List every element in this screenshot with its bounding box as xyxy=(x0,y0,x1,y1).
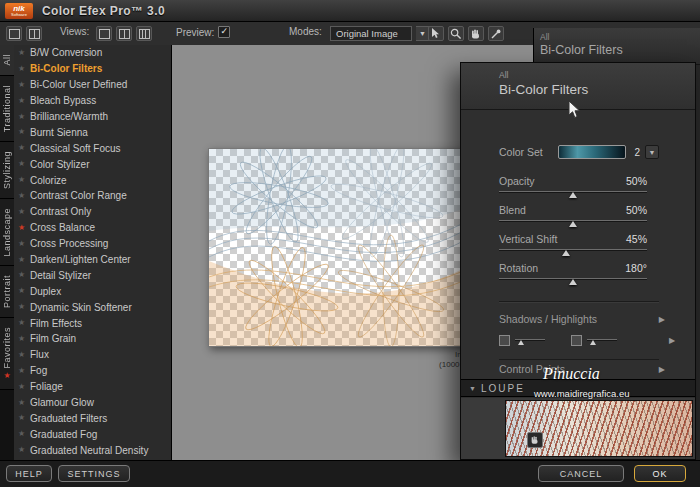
single-view-layout-button[interactable] xyxy=(6,26,22,41)
shadow-slider-track[interactable] xyxy=(515,336,545,346)
favorite-star-icon[interactable]: ★ xyxy=(18,144,30,152)
filter-item[interactable]: ★Graduated Filters xyxy=(14,410,171,426)
preview-image[interactable] xyxy=(208,148,468,347)
mode-select-value[interactable]: Original Image xyxy=(330,26,412,41)
filter-item[interactable]: ★Contrast Color Range xyxy=(14,188,171,204)
filter-item[interactable]: ★Glamour Glow xyxy=(14,395,171,411)
view-split-button[interactable] xyxy=(116,26,132,41)
filter-label: Colorize xyxy=(30,175,67,186)
filter-item[interactable]: ★Bi-Color Filters xyxy=(14,61,171,77)
pan-tool-button[interactable] xyxy=(468,26,484,41)
color-set-dropdown-button[interactable]: ▼ xyxy=(645,145,659,159)
favorite-star-icon[interactable]: ★ xyxy=(18,351,30,359)
category-tab-landscape[interactable]: Landscape xyxy=(0,199,14,267)
favorite-star-icon[interactable]: ★ xyxy=(18,446,30,454)
ok-button[interactable]: OK xyxy=(634,465,686,482)
filter-item[interactable]: ★Colorize xyxy=(14,172,171,188)
favorite-star-icon[interactable]: ★ xyxy=(18,303,30,311)
color-set-swatch[interactable] xyxy=(558,145,626,159)
view-side-by-side-button[interactable] xyxy=(136,26,152,41)
category-tab-stylizing[interactable]: Stylizing xyxy=(0,142,14,199)
slider-thumb[interactable] xyxy=(569,192,577,198)
favorite-star-icon[interactable]: ★ xyxy=(18,335,30,343)
slider-thumb[interactable] xyxy=(569,279,577,285)
slider-track[interactable] xyxy=(499,275,647,286)
loupe-pan-button[interactable] xyxy=(527,432,543,448)
favorite-star-icon[interactable]: ★ xyxy=(18,113,30,121)
settings-button[interactable]: SETTINGS xyxy=(58,465,130,482)
eyedropper-tool-button[interactable] xyxy=(488,26,504,41)
shadow-protection-slider[interactable] xyxy=(499,335,545,346)
filter-item[interactable]: ★Film Grain xyxy=(14,331,171,347)
filter-item[interactable]: ★Fog xyxy=(14,363,171,379)
filter-item[interactable]: ★Bi-Color User Defined xyxy=(14,77,171,93)
filter-item[interactable]: ★Burnt Sienna xyxy=(14,124,171,140)
split-view-icon xyxy=(29,29,40,39)
slider-thumb[interactable] xyxy=(562,250,570,256)
favorite-star-icon[interactable]: ★ xyxy=(18,383,30,391)
mode-select[interactable]: Original Image ▼ xyxy=(330,26,430,41)
bottom-bar: HELP SETTINGS CANCEL OK xyxy=(0,460,700,487)
filter-item[interactable]: ★Graduated Neutral Density xyxy=(14,442,171,458)
filter-item[interactable]: ★Dynamic Skin Softener xyxy=(14,299,171,315)
preview-checkbox[interactable]: ✓ xyxy=(218,26,230,38)
favorite-star-icon[interactable]: ★ xyxy=(18,49,30,57)
filter-item[interactable]: ★Graduated Fog xyxy=(14,426,171,442)
filter-item[interactable]: ★Detail Stylizer xyxy=(14,267,171,283)
filter-item[interactable]: ★Film Effects xyxy=(14,315,171,331)
shadow-slider-thumb[interactable] xyxy=(518,340,524,345)
filter-item[interactable]: ★Bleach Bypass xyxy=(14,93,171,109)
favorite-star-icon[interactable]: ★ xyxy=(18,208,30,216)
filter-item[interactable]: ★B/W Conversion xyxy=(14,45,171,61)
view-side-by-side-icon xyxy=(139,29,150,39)
slider-track[interactable] xyxy=(499,246,647,257)
favorite-star-icon[interactable]: ★ xyxy=(18,414,30,422)
category-tab-portrait[interactable]: Portrait xyxy=(0,266,14,318)
expand-right-icon[interactable]: ▶ xyxy=(659,315,665,324)
favorite-star-icon[interactable]: ★ xyxy=(18,97,30,105)
filter-item[interactable]: ★Cross Balance xyxy=(14,220,171,236)
filter-item[interactable]: ★Brilliance/Warmth xyxy=(14,109,171,125)
split-view-layout-button[interactable] xyxy=(26,26,42,41)
highlight-slider-thumb[interactable] xyxy=(590,340,596,345)
help-button[interactable]: HELP xyxy=(6,465,52,482)
favorite-star-icon[interactable]: ★ xyxy=(18,224,30,232)
favorite-star-icon[interactable]: ★ xyxy=(18,287,30,295)
favorite-star-icon[interactable]: ★ xyxy=(18,319,30,327)
slider-track[interactable] xyxy=(499,217,647,228)
favorite-star-icon[interactable]: ★ xyxy=(18,399,30,407)
slider-thumb[interactable] xyxy=(569,221,577,227)
highlight-slider-track[interactable] xyxy=(587,336,617,346)
favorite-star-icon[interactable]: ★ xyxy=(18,176,30,184)
loupe-preview-image[interactable] xyxy=(505,400,693,457)
expand-right-icon[interactable]: ▶ xyxy=(669,336,675,345)
favorite-star-icon[interactable]: ★ xyxy=(18,160,30,168)
category-tab-favorites[interactable]: Favorites★ xyxy=(0,318,14,390)
favorite-star-icon[interactable]: ★ xyxy=(18,256,30,264)
favorite-star-icon[interactable]: ★ xyxy=(18,367,30,375)
favorite-star-icon[interactable]: ★ xyxy=(18,128,30,136)
filter-item[interactable]: ★Flux xyxy=(14,347,171,363)
favorite-star-icon[interactable]: ★ xyxy=(18,430,30,438)
favorite-star-icon[interactable]: ★ xyxy=(18,65,30,73)
filter-item[interactable]: ★Duplex xyxy=(14,283,171,299)
expand-right-icon[interactable]: ▶ xyxy=(659,365,665,374)
favorite-star-icon[interactable]: ★ xyxy=(18,81,30,89)
category-tab-traditional[interactable]: Traditional xyxy=(0,76,14,142)
favorite-star-icon[interactable]: ★ xyxy=(18,240,30,248)
filter-item[interactable]: ★Darken/Lighten Center xyxy=(14,252,171,268)
filter-item[interactable]: ★Cross Processing xyxy=(14,236,171,252)
favorite-star-icon[interactable]: ★ xyxy=(18,271,30,279)
filter-item[interactable]: ★Contrast Only xyxy=(14,204,171,220)
filter-item[interactable]: ★Foliage xyxy=(14,379,171,395)
slider-track[interactable] xyxy=(499,188,647,199)
zoom-tool-button[interactable] xyxy=(448,26,464,41)
filter-item[interactable]: ★Color Stylizer xyxy=(14,156,171,172)
favorite-star-icon[interactable]: ★ xyxy=(18,192,30,200)
view-single-button[interactable] xyxy=(96,26,112,41)
category-tab-all[interactable]: All xyxy=(0,45,14,76)
select-tool-button[interactable] xyxy=(428,26,444,41)
filter-item[interactable]: ★Classical Soft Focus xyxy=(14,140,171,156)
highlight-protection-slider[interactable] xyxy=(571,335,617,346)
cancel-button[interactable]: CANCEL xyxy=(538,465,624,482)
